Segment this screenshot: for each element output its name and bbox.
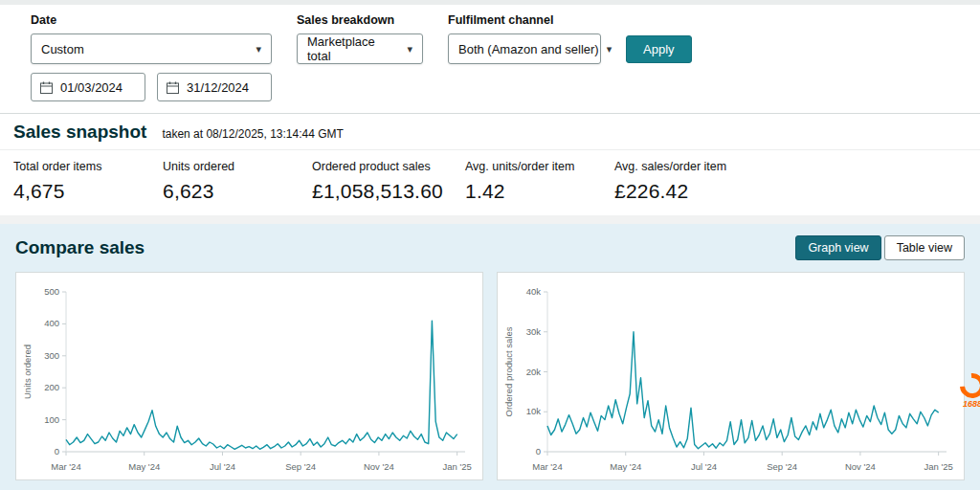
stat-value: 4,675 (13, 180, 163, 203)
svg-text:500: 500 (44, 286, 59, 297)
stat-label: Avg. units/order item (465, 160, 614, 173)
sales-snapshot-header: Sales snapshot taken at 08/12/2025, 13:1… (0, 113, 980, 150)
units-ordered-chart-card: 0100200300400500Mar '24May '24Jul '24Sep… (15, 272, 483, 480)
breakdown-filter-group: Sales breakdown Marketplace total ▾ (297, 13, 423, 64)
svg-text:Jul '24: Jul '24 (210, 461, 235, 472)
svg-text:Nov '24: Nov '24 (364, 461, 394, 472)
calendar-icon (40, 81, 53, 94)
svg-text:10k: 10k (526, 406, 542, 416)
svg-text:Ordered product sales: Ordered product sales (503, 326, 514, 416)
sales-snapshot-title: Sales snapshot (13, 122, 146, 143)
date-range-value: Custom (41, 42, 84, 56)
svg-text:40k: 40k (526, 286, 542, 297)
svg-text:Jan '25: Jan '25 (924, 461, 952, 472)
svg-text:May '24: May '24 (610, 461, 641, 472)
filters-bar: Date Custom ▾ 01/03/2024 (0, 5, 980, 113)
date-filter-label: Date (31, 13, 272, 27)
stat-label: Total order items (13, 160, 163, 173)
start-date-value: 01/03/2024 (60, 80, 122, 95)
svg-text:Units ordered: Units ordered (22, 345, 33, 399)
svg-text:400: 400 (44, 318, 59, 328)
chevron-down-icon: ▾ (256, 44, 261, 55)
date-range-inputs: 01/03/2024 31/12/2024 (31, 73, 272, 101)
stat-label: Avg. sales/order item (614, 160, 764, 173)
channel-filter-group: Fulfilment channel Both (Amazon and sell… (448, 13, 601, 64)
apply-button[interactable]: Apply (626, 35, 692, 63)
svg-text:20k: 20k (526, 367, 542, 377)
chart-cards-row: 0100200300400500Mar '24May '24Jul '24Sep… (15, 272, 965, 480)
watermark-swoosh-icon (955, 368, 980, 404)
end-date-input[interactable]: 31/12/2024 (157, 73, 272, 101)
sales-breakdown-select[interactable]: Marketplace total ▾ (297, 33, 423, 64)
stat-units-ordered: Units ordered 6,623 (163, 160, 312, 203)
stat-ordered-product-sales: Ordered product sales £1,058,513.60 (312, 160, 465, 203)
svg-text:Jul '24: Jul '24 (691, 461, 717, 472)
stat-value: £226.42 (614, 180, 764, 203)
svg-text:30k: 30k (526, 326, 542, 337)
svg-text:Jan '25: Jan '25 (442, 461, 471, 472)
watermark-text: 1688 (951, 399, 980, 409)
date-filter-group: Date Custom ▾ 01/03/2024 (31, 13, 272, 101)
svg-text:0: 0 (55, 446, 59, 457)
chevron-down-icon: ▾ (607, 44, 612, 55)
svg-text:Mar '24: Mar '24 (51, 461, 80, 472)
table-view-button[interactable]: Table view (884, 235, 965, 260)
snapshot-timestamp: taken at 08/12/2025, 13:14:44 GMT (162, 127, 343, 141)
svg-text:100: 100 (44, 414, 59, 425)
svg-text:Sep '24: Sep '24 (767, 461, 797, 472)
units-ordered-chart[interactable]: 0100200300400500Mar '24May '24Jul '24Sep… (20, 280, 475, 477)
svg-text:300: 300 (44, 350, 59, 361)
stat-value: 6,623 (163, 180, 312, 203)
breakdown-filter-label: Sales breakdown (297, 13, 423, 27)
section-divider (0, 215, 980, 224)
svg-text:0: 0 (536, 446, 541, 457)
stat-avg-units-per-order: Avg. units/order item 1.42 (465, 160, 614, 203)
svg-text:Nov '24: Nov '24 (845, 461, 876, 472)
stat-total-order-items: Total order items 4,675 (13, 160, 163, 203)
fulfilment-channel-select[interactable]: Both (Amazon and seller) ▾ (448, 33, 601, 64)
calendar-icon (167, 81, 179, 94)
stat-value: £1,058,513.60 (312, 180, 465, 203)
breakdown-value: Marketplace total (307, 34, 399, 63)
svg-text:Mar '24: Mar '24 (532, 461, 562, 472)
stat-label: Ordered product sales (312, 160, 465, 173)
compare-sales-header: Compare sales Graph view Table view (15, 235, 965, 260)
channel-filter-label: Fulfilment channel (448, 13, 601, 27)
view-toggle: Graph view Table view (795, 235, 965, 260)
compare-sales-section: Compare sales Graph view Table view 0100… (0, 224, 980, 490)
channel-value: Both (Amazon and seller) (458, 42, 599, 56)
ordered-product-sales-chart[interactable]: 010k20k30k40kMar '24May '24Jul '24Sep '2… (501, 280, 956, 477)
end-date-value: 31/12/2024 (187, 80, 249, 95)
chevron-down-icon: ▾ (407, 44, 412, 55)
stat-avg-sales-per-order: Avg. sales/order item £226.42 (614, 160, 764, 203)
svg-text:May '24: May '24 (128, 461, 160, 472)
watermark-1688-logo: 1688 (951, 373, 980, 409)
date-range-select[interactable]: Custom ▾ (31, 33, 272, 64)
stat-value: 1.42 (465, 180, 614, 203)
ordered-product-sales-chart-card: 010k20k30k40kMar '24May '24Jul '24Sep '2… (497, 272, 965, 480)
graph-view-button[interactable]: Graph view (795, 235, 880, 260)
stat-label: Units ordered (163, 160, 312, 173)
compare-sales-title: Compare sales (15, 237, 145, 258)
svg-text:200: 200 (44, 382, 59, 392)
start-date-input[interactable]: 01/03/2024 (31, 73, 145, 101)
snapshot-stats-row: Total order items 4,675 Units ordered 6,… (0, 150, 980, 215)
svg-text:Sep '24: Sep '24 (285, 461, 316, 472)
